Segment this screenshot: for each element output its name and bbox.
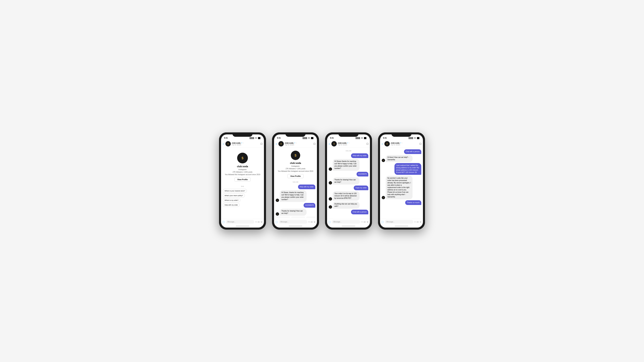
profile-avatar-large: $ [237, 153, 248, 163]
header-name-1: club:soda ✓ › [232, 142, 260, 144]
verified-icon-2: ✓ [294, 142, 295, 144]
header-sub-2: Tap for details [285, 144, 312, 146]
brand-avatar-2: $ [278, 141, 284, 146]
time-2: 9:41 [277, 137, 281, 139]
bubble3-recv-2: Thanks for sharing! How can we help? [333, 177, 360, 185]
bot-avatar-2: $ [276, 212, 279, 216]
agent-avatar-2: $ [382, 196, 385, 199]
qr-chat-person-2[interactable]: Chat with [306, 217, 315, 217]
svg-text:$: $ [294, 153, 296, 157]
camera-icon-2[interactable]: ◌ [276, 220, 278, 223]
chat-body-2: $ club:soda Instagram 27K followers • 10… [274, 148, 317, 219]
emoji-icon-3[interactable]: ☺ [366, 221, 368, 223]
input-icons-3: ○ ▭ ☺ [362, 221, 368, 223]
svg-text:$: $ [386, 143, 388, 145]
profile-platform: Instagram [238, 168, 247, 170]
view-profile-button[interactable]: View Profile [234, 177, 250, 182]
mic-icon-4[interactable]: ○ [414, 221, 416, 223]
back-button-3[interactable]: ‹ [328, 142, 330, 146]
emoji-icon-4[interactable]: ☺ [420, 221, 422, 223]
battery-icon-3: ▐█▌ [364, 137, 367, 139]
chat-body-4: Chat with a person $ Hi there! How can w… [380, 148, 423, 219]
profile-name-2: club:soda [290, 162, 301, 164]
msg3-recv-2: $ Thanks for sharing! How can we help? [329, 177, 368, 185]
profile-avatar-large-2: $ [291, 151, 300, 160]
header-info-1: club:soda ✓ › Tap for details [232, 142, 260, 146]
image-icon-4[interactable]: ▭ [416, 221, 418, 223]
camera-icon-3[interactable]: ◌ [328, 220, 331, 223]
mic-icon-2[interactable]: ○ [308, 221, 310, 223]
msg3-recv-1: $ Hi Shane thanks for reaching out! We'r… [329, 159, 368, 171]
header-sub-3: Tap for details [338, 144, 366, 146]
msg-recv-1: $ Hi Shane, thanks for reaching out! We'… [276, 190, 315, 202]
chevron-icon-3: › [349, 142, 349, 144]
video-icon-4[interactable]: □ [420, 142, 421, 145]
profile-stats: 27K followers • 1041 posts [232, 171, 252, 173]
qr-nearest-store[interactable]: Where is your nearest store? [223, 189, 247, 193]
message-input-3[interactable]: Message... [332, 220, 360, 224]
mic-icon-3[interactable]: ○ [362, 221, 363, 223]
message-input-1[interactable]: Message... [226, 220, 254, 224]
timestamp-3: 9:41 AM [329, 150, 368, 152]
bot-avatar-3c: $ [329, 197, 332, 201]
brand-avatar-3: $ [332, 141, 337, 146]
image-icon-3[interactable]: ▭ [364, 221, 366, 223]
header-name-4: club:soda ✓ › [391, 142, 418, 144]
msg4-recv-2: $ No worries! Looks like your order has … [382, 176, 421, 199]
qr-where-order[interactable]: Where is my order? [223, 198, 240, 202]
profile-platform-2: Instagram [292, 165, 300, 167]
msg-recv-2: $ Thanks for sharing! How can we help? [276, 209, 315, 216]
quick-replies-1: Where is your nearest store? What's your… [223, 189, 262, 207]
bot-avatar-1: $ [276, 199, 279, 202]
wifi-icon-4: ∈ [414, 137, 416, 139]
chat-header-2: ‹ $ club:soda ✓ › Tap for details □ [274, 140, 317, 148]
profile-card: $ club:soda Instagram 27K followers • 10… [223, 149, 262, 184]
video-icon-2[interactable]: □ [314, 142, 315, 145]
input-bar-4: ◌ Message... ○ ▭ ☺ [380, 219, 423, 225]
emoji-icon-1[interactable]: ☺ [260, 221, 263, 223]
home-bar-1 [236, 226, 249, 226]
qr-help-order-1[interactable]: Help with my order [223, 203, 240, 207]
input-bar-3: ◌ Message... ○ ▭ ☺ [327, 219, 370, 225]
chat-header-1: ‹ $ club:soda ✓ › Tap for details □ [221, 140, 264, 148]
qr-initiate-return-2[interactable]: Initiate a return [291, 217, 305, 217]
scene: 9:41 ▌▌▌▌ ∈ ▐█▌ ‹ $ club:s [206, 122, 438, 240]
verified-icon-1: ✓ [241, 142, 242, 144]
camera-icon-1[interactable]: ◌ [222, 220, 225, 223]
camera-icon-4[interactable]: ◌ [381, 220, 384, 223]
wifi-icon-2: ∈ [308, 137, 310, 139]
bot-avatar-3b: $ [329, 181, 332, 185]
back-button-1[interactable]: ‹ [222, 142, 224, 146]
mic-icon-1[interactable]: ○ [256, 221, 257, 223]
back-button-4[interactable]: ‹ [381, 142, 384, 146]
svg-text:$: $ [334, 143, 334, 145]
svg-text:$: $ [242, 156, 243, 160]
input-icons-4: ○ ▭ ☺ [414, 221, 422, 223]
image-icon-2[interactable]: ▭ [310, 221, 312, 223]
bubble3-recv-3: Your order it on its way to 120 Unicorn … [333, 191, 360, 201]
signal-icon-4: ▌▌▌▌ [409, 137, 414, 139]
status-icons-4: ▌▌▌▌ ∈ ▐█▌ [409, 137, 420, 139]
bot-avatar-3d: $ [329, 205, 332, 209]
profile-stats-2: 27K followers • 1041 posts [286, 168, 306, 170]
time-3: 9:41 [330, 137, 334, 139]
image-icon-1[interactable]: ▭ [258, 221, 260, 223]
time-4: 9:41 [383, 137, 387, 139]
bubble-recv-2: Thanks for sharing! How can we help? [280, 209, 306, 216]
qr-return-policy[interactable]: What's your return policy? [223, 194, 245, 197]
video-icon-1[interactable]: □ [260, 142, 262, 145]
message-input-4[interactable]: Message... [385, 220, 414, 224]
phone-3: 9:41 ▌▌▌▌ ∈ ▐█▌ ‹ $ club:soda ✓ › [325, 132, 372, 230]
bubble3-recv-1: Hi Shane thanks for reaching out! We're … [333, 159, 360, 171]
qr-track-order-2[interactable]: Track my order [276, 217, 290, 217]
phone-4: 9:41 ▌▌▌▌ ∈ ▐█▌ ‹ $ club:soda ✓ › [378, 132, 425, 230]
header-name-3: club:soda ✓ › [338, 142, 366, 144]
msg3-recv-4: $ Anything else we can help you with? [329, 202, 368, 209]
back-button-2[interactable]: ‹ [275, 142, 278, 146]
message-input-2[interactable]: Message... [279, 220, 308, 224]
view-profile-button-2[interactable]: View Profile [288, 174, 304, 178]
emoji-icon-2[interactable]: ☺ [314, 221, 316, 223]
msg4-sent-2: I just realized that I added the wrong a… [382, 163, 421, 175]
home-bar-4 [395, 226, 408, 226]
video-icon-3[interactable]: □ [366, 142, 368, 145]
